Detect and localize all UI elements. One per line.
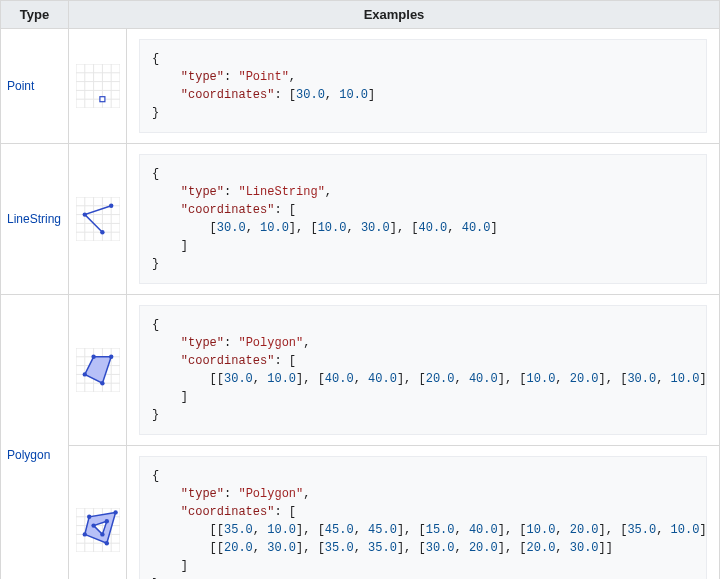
example-cell: { "type": "Point", "coordinates": [30.0,… — [127, 29, 720, 144]
svg-point-27 — [109, 204, 113, 208]
svg-point-57 — [104, 541, 108, 545]
svg-point-25 — [100, 230, 104, 234]
code-block: { "type": "Polygon", "coordinates": [ [[… — [139, 456, 707, 579]
svg-point-58 — [113, 510, 117, 514]
svg-point-42 — [109, 355, 113, 359]
svg-point-41 — [100, 381, 104, 385]
polygon-icon — [69, 295, 127, 446]
table-row: { "type": "Polygon", "coordinates": [ [[… — [1, 446, 720, 580]
svg-point-43 — [91, 355, 95, 359]
code-block: { "type": "LineString", "coordinates": [… — [139, 154, 707, 284]
example-cell: { "type": "Polygon", "coordinates": [ [[… — [127, 446, 720, 580]
example-cell: { "type": "Polygon", "coordinates": [ [[… — [127, 295, 720, 446]
type-cell: Polygon — [1, 295, 69, 580]
svg-point-59 — [87, 515, 91, 519]
table-row: LineString{ "type": "LineString", "coord… — [1, 144, 720, 295]
point-icon — [69, 29, 127, 144]
code-block: { "type": "Polygon", "coordinates": [ [[… — [139, 305, 707, 435]
linestring-icon — [69, 144, 127, 295]
svg-point-63 — [100, 532, 104, 536]
geojson-types-table: Type Examples Point{ "type": "Point", "c… — [0, 0, 720, 579]
svg-rect-12 — [99, 97, 104, 102]
svg-point-60 — [82, 532, 86, 536]
example-cell: { "type": "LineString", "coordinates": [… — [127, 144, 720, 295]
svg-point-62 — [104, 519, 108, 523]
header-examples: Examples — [69, 1, 720, 29]
table-row: Point{ "type": "Point", "coordinates": [… — [1, 29, 720, 144]
type-cell: LineString — [1, 144, 69, 295]
type-link[interactable]: Point — [7, 79, 34, 93]
type-cell: Point — [1, 29, 69, 144]
code-block: { "type": "Point", "coordinates": [30.0,… — [139, 39, 707, 133]
type-link[interactable]: LineString — [7, 212, 61, 226]
svg-point-61 — [91, 523, 95, 527]
svg-marker-40 — [84, 357, 110, 383]
header-type: Type — [1, 1, 69, 29]
svg-point-44 — [82, 372, 86, 376]
polygon-hole-icon — [69, 446, 127, 580]
svg-point-26 — [82, 212, 86, 216]
type-link[interactable]: Polygon — [7, 448, 50, 462]
table-row: Polygon{ "type": "Polygon", "coordinates… — [1, 295, 720, 446]
